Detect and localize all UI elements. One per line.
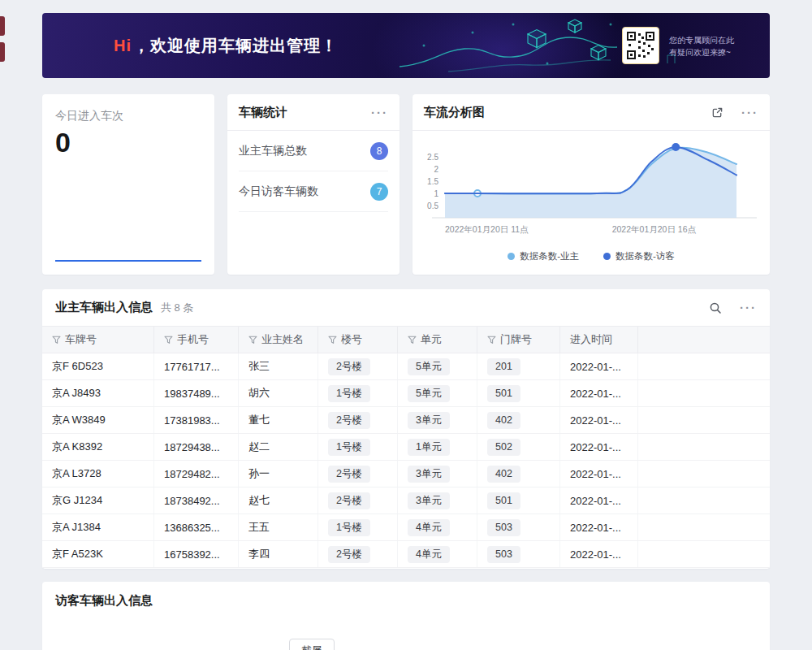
table-cell: 201: [477, 353, 560, 379]
qr-caption: 您的专属顾问在此 有疑问欢迎来撩~: [669, 34, 734, 58]
table-cell: 2022-01-...: [560, 541, 638, 567]
table-cell-filler: [638, 434, 770, 460]
table-cell: 京A J1384: [42, 514, 154, 540]
table-cell: 18738492...: [154, 488, 239, 514]
table-cell: 京A W3849: [42, 407, 154, 433]
tag-pill: 402: [487, 466, 520, 483]
column-header[interactable]: 门牌号: [477, 327, 560, 353]
visitor-table-title: 访客车辆出入信息: [55, 593, 153, 609]
tag-pill: 2号楼: [328, 412, 370, 429]
column-header[interactable]: 业主姓名: [239, 327, 318, 353]
qr-caption-line2: 有疑问欢迎来撩~: [669, 46, 734, 58]
tag-pill: 501: [487, 492, 520, 509]
table-row[interactable]: 京F A523K16758392...李四2号楼4单元5032022-01-..…: [42, 541, 770, 568]
column-header[interactable]: 进入时间: [560, 327, 638, 353]
table-cell: 17761717...: [154, 353, 239, 379]
tag-pill: 503: [487, 546, 520, 563]
tag-pill: 5单元: [408, 385, 450, 402]
owner-table-header-row: 车牌号手机号业主姓名楼号单元门牌号进入时间: [42, 327, 770, 353]
table-cell: 19837489...: [154, 380, 239, 406]
tag-pill: 1号楼: [328, 385, 370, 402]
table-cell-filler: [638, 461, 770, 487]
export-icon[interactable]: [711, 106, 723, 119]
tag-pill: 2号楼: [328, 546, 370, 563]
column-header-label: 门牌号: [500, 332, 532, 347]
column-header[interactable]: 单元: [398, 327, 477, 353]
tag-pill: 2号楼: [328, 492, 370, 509]
edge-marker: [0, 42, 5, 62]
tag-pill: 1号楼: [328, 439, 370, 456]
tag-pill: 2号楼: [328, 466, 370, 483]
legend-item[interactable]: 数据条数-访客: [603, 250, 675, 262]
table-cell: 京A J8493: [42, 380, 154, 406]
today-entries-baseline: [55, 260, 201, 262]
tag-pill: 402: [487, 412, 520, 429]
filter-icon: [164, 336, 173, 344]
table-cell: 赵二: [239, 434, 318, 460]
vehicle-stats-card: 车辆统计 ··· 业主车辆总数8今日访客车辆数7: [227, 94, 400, 275]
table-row[interactable]: 京G J123418738492...赵七2号楼3单元5012022-01-..…: [42, 488, 770, 514]
table-cell: 503: [477, 541, 560, 567]
svg-text:2022年01月20日 16点: 2022年01月20日 16点: [612, 224, 697, 234]
vehicle-stats-title: 车辆统计: [239, 105, 287, 120]
table-row[interactable]: 京A K839218729438...赵二1号楼1单元5022022-01-..…: [42, 434, 770, 461]
table-cell: 京A K8392: [42, 434, 154, 460]
vehicle-stats-list: 业主车辆总数8今日访客车辆数7: [227, 131, 400, 212]
table-cell-filler: [638, 488, 770, 514]
search-icon[interactable]: [709, 301, 722, 314]
table-row[interactable]: 京A J849319837489...胡六1号楼5单元5012022-01-..…: [42, 380, 770, 407]
column-header-label: 车牌号: [65, 332, 97, 347]
column-header-label: 业主姓名: [261, 332, 304, 347]
tag-pill: 502: [487, 439, 520, 456]
filter-icon: [248, 336, 257, 344]
table-cell: 501: [477, 488, 560, 514]
filter-icon: [52, 336, 61, 344]
tag-pill: 503: [487, 519, 520, 536]
table-cell: 3单元: [398, 407, 477, 433]
table-cell: 1号楼: [318, 434, 398, 460]
tag-pill: 3单元: [408, 412, 450, 429]
table-cell: 京G J1234: [42, 488, 154, 514]
stats-row[interactable]: 业主车辆总数8: [239, 131, 388, 171]
table-row[interactable]: 京A W384917381983...董七2号楼3单元4022022-01-..…: [42, 407, 770, 434]
table-cell: 4单元: [398, 541, 477, 567]
table-cell-filler: [638, 541, 770, 567]
legend-item[interactable]: 数据条数-业主: [508, 250, 579, 262]
today-entries-title: 今日进入车次: [42, 94, 214, 124]
table-row[interactable]: 京A J138413686325...王五1号楼4单元5032022-01-..…: [42, 514, 770, 541]
table-cell: 京F 6D523: [42, 353, 154, 379]
table-row[interactable]: 京A L372818729482...孙一2号楼3单元4022022-01-..…: [42, 461, 770, 488]
owner-vehicle-table-card: 业主车辆出入信息 共 8 条 ··· 车牌号手机号业主姓名楼号单元门牌号进入时间…: [42, 289, 770, 569]
table-cell: 京F A523K: [42, 541, 154, 567]
more-icon[interactable]: ···: [741, 106, 758, 119]
column-header[interactable]: 手机号: [154, 327, 239, 353]
stats-row[interactable]: 今日访客车辆数7: [239, 171, 388, 212]
table-cell: 2022-01-...: [560, 407, 638, 433]
stats-count-badge: 7: [370, 183, 388, 201]
svg-text:0.5: 0.5: [427, 202, 438, 210]
table-cell: 2022-01-...: [560, 488, 638, 514]
table-cell: 赵七: [239, 488, 318, 514]
table-row[interactable]: 京F 6D52317761717...张三2号楼5单元2012022-01-..…: [42, 353, 770, 380]
column-header-label: 单元: [421, 332, 442, 347]
traffic-line-chart: 2.521.510.52022年01月20日 11点2022年01月20日 16…: [424, 141, 758, 240]
stats-label: 今日访客车辆数: [239, 184, 318, 199]
column-header[interactable]: 车牌号: [42, 327, 154, 353]
stats-count-badge: 8: [370, 142, 388, 160]
more-icon[interactable]: ···: [740, 301, 757, 314]
legend-dot: [508, 253, 515, 260]
chart-legend: 数据条数-业主数据条数-访客: [412, 250, 770, 262]
column-header[interactable]: 楼号: [318, 327, 398, 353]
table-cell: 503: [477, 514, 560, 540]
svg-text:2.5: 2.5: [427, 153, 438, 162]
table-cell: 18729438...: [154, 434, 239, 460]
table-cell: 2022-01-...: [560, 434, 638, 460]
table-cell: 16758392...: [154, 541, 239, 567]
banner-hi: Hi: [114, 37, 132, 54]
table-cell: 3单元: [398, 461, 477, 487]
screenshot-button[interactable]: 截屏: [289, 639, 335, 650]
legend-label: 数据条数-访客: [615, 250, 675, 262]
more-icon[interactable]: ···: [371, 106, 388, 119]
table-cell: 502: [477, 434, 560, 460]
filter-icon: [487, 336, 496, 344]
